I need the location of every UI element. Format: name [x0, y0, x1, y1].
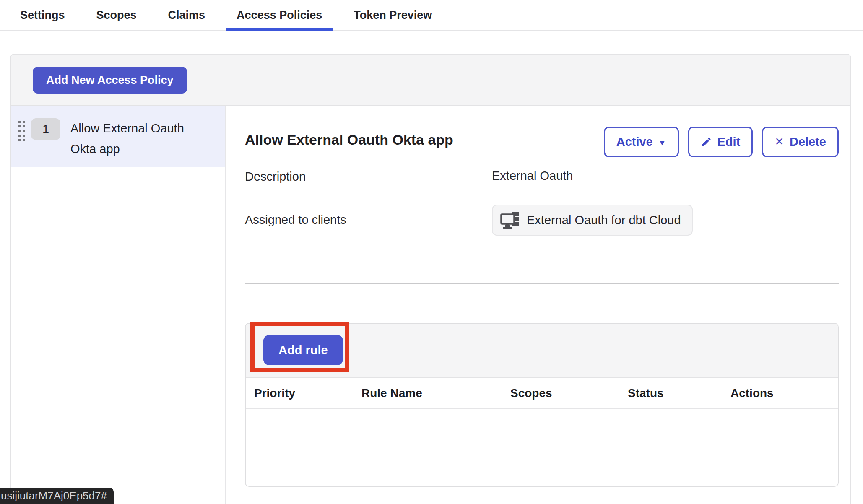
policy-name-label: Allow External Oauth Okta app — [70, 118, 200, 159]
rules-table-header-row: Priority Rule Name Scopes Status Actions — [246, 378, 838, 409]
assigned-clients-label: Assigned to clients — [245, 205, 492, 227]
policy-title: Allow External Oauth Okta app — [245, 127, 453, 148]
client-app-monitor-database-icon — [500, 211, 520, 229]
edit-button-label: Edit — [717, 135, 741, 149]
policy-detail-header: Allow External Oauth Okta app Active ▼ — [245, 127, 839, 157]
add-rule-button[interactable]: Add rule — [263, 335, 343, 365]
policy-panel-body: 1 Allow External Oauth Okta app Allow Ex… — [11, 106, 850, 504]
drag-handle-icon[interactable] — [18, 120, 25, 142]
tab-settings[interactable]: Settings — [10, 0, 75, 30]
policy-action-buttons: Active ▼ Edit ✕ — [604, 127, 839, 157]
tab-scopes[interactable]: Scopes — [86, 0, 147, 30]
tab-claims-label: Claims — [168, 9, 205, 22]
status-url-tooltip: usijiutarM7Aj0Ep5d7# — [0, 488, 114, 504]
rules-col-rule-name: Rule Name — [353, 387, 502, 400]
rules-panel: Add rule Priority Rule Name Scopes Statu… — [245, 323, 839, 487]
add-new-access-policy-button[interactable]: Add New Access Policy — [33, 67, 187, 94]
policy-list: 1 Allow External Oauth Okta app — [11, 106, 226, 504]
tab-bar: Settings Scopes Claims Access Policies T… — [0, 0, 863, 31]
policy-status-dropdown-button[interactable]: Active ▼ — [604, 127, 679, 157]
section-divider — [245, 283, 839, 284]
tab-token-preview-label: Token Preview — [354, 9, 432, 22]
delete-button-label: Delete — [790, 135, 826, 149]
close-x-icon: ✕ — [775, 135, 784, 148]
access-policies-panel: Add New Access Policy — [10, 54, 851, 504]
description-row: Description External Oauth — [245, 169, 839, 184]
rules-col-scopes: Scopes — [502, 387, 619, 400]
policy-status-label: Active — [616, 135, 653, 149]
delete-policy-button[interactable]: ✕ Delete — [762, 127, 839, 157]
policy-list-item[interactable]: 1 Allow External Oauth Okta app — [11, 106, 225, 167]
policy-panel-header: Add New Access Policy — [11, 55, 850, 106]
description-value: External Oauth — [492, 169, 573, 183]
chevron-down-icon: ▼ — [658, 138, 666, 148]
client-chip-label: External Oauth for dbt Cloud — [527, 213, 681, 227]
policy-priority-badge: 1 — [31, 118, 60, 140]
description-label: Description — [245, 169, 492, 184]
rules-header: Add rule — [246, 324, 838, 378]
rules-col-status: Status — [619, 387, 722, 400]
rules-col-actions: Actions — [722, 387, 838, 400]
active-tab-underline — [226, 28, 333, 31]
tab-access-policies-label: Access Policies — [237, 9, 322, 22]
tab-access-policies[interactable]: Access Policies — [226, 0, 333, 30]
client-chip[interactable]: External Oauth for dbt Cloud — [492, 205, 693, 236]
assigned-clients-row: Assigned to clients — [245, 205, 839, 236]
tab-claims[interactable]: Claims — [158, 0, 216, 30]
edit-pencil-icon — [701, 136, 712, 148]
rules-col-priority: Priority — [246, 387, 353, 400]
policy-fields: Description External Oauth Assigned to c… — [245, 169, 839, 236]
page: Settings Scopes Claims Access Policies T… — [0, 0, 863, 504]
tab-scopes-label: Scopes — [96, 9, 137, 22]
tab-token-preview[interactable]: Token Preview — [343, 0, 442, 30]
edit-policy-button[interactable]: Edit — [688, 127, 753, 157]
tab-settings-label: Settings — [20, 9, 65, 22]
policy-detail-pane: Allow External Oauth Okta app Active ▼ — [226, 106, 850, 504]
rules-empty-body — [246, 409, 838, 486]
